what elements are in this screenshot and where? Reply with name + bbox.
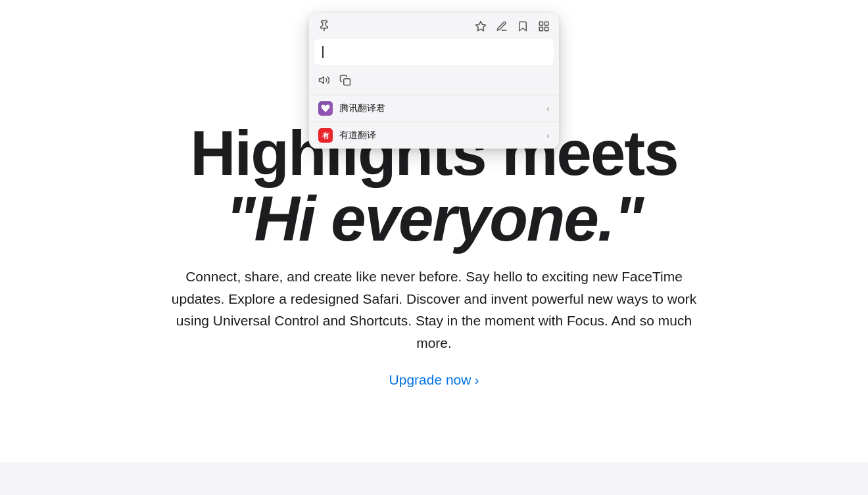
headline-line2: "Hi everyone." [190,186,677,252]
popup-input[interactable] [314,39,554,65]
youdao-icon-text: 有 [322,131,329,141]
popup-toolbar [309,70,559,95]
star-icon[interactable] [475,20,487,35]
highlight-icon[interactable] [496,20,508,35]
tencent-item-left: 腾讯翻译君 [318,101,385,116]
svg-rect-5 [545,27,548,30]
svg-rect-3 [545,22,548,25]
tencent-icon [318,101,333,116]
svg-rect-7 [344,79,350,85]
upgrade-now-label: Upgrade now [389,372,471,388]
svg-rect-2 [539,22,542,25]
youdao-translate-item[interactable]: 有 有道翻译 ‹ [309,122,559,149]
popup-overlay: 腾讯翻译君 ‹ 有 有道翻译 ‹ [309,13,559,149]
upgrade-now-link[interactable]: Upgrade now › [389,372,479,388]
svg-marker-1 [476,21,486,30]
youdao-label: 有道翻译 [339,130,376,141]
svg-marker-6 [320,77,324,84]
youdao-item-left: 有 有道翻译 [318,128,376,143]
tencent-chevron-icon: ‹ [546,103,550,114]
tencent-translate-item[interactable]: 腾讯翻译君 ‹ [309,95,559,122]
copy-icon[interactable] [339,74,351,89]
youdao-chevron-icon: ‹ [546,130,550,141]
tencent-label: 腾讯翻译君 [339,103,385,114]
bottom-bar [0,462,868,495]
youdao-icon: 有 [318,128,333,143]
svg-rect-4 [539,27,542,30]
bookmark-icon[interactable] [517,20,529,35]
subheadline: Connect, share, and create like never be… [164,266,704,354]
share-icon[interactable] [538,20,550,35]
text-cursor [322,46,324,58]
speaker-icon[interactable] [318,74,330,89]
popup-header [309,13,559,39]
upgrade-chevron-icon: › [474,372,479,388]
popup-header-icons [475,20,550,35]
pin-icon [318,20,330,35]
